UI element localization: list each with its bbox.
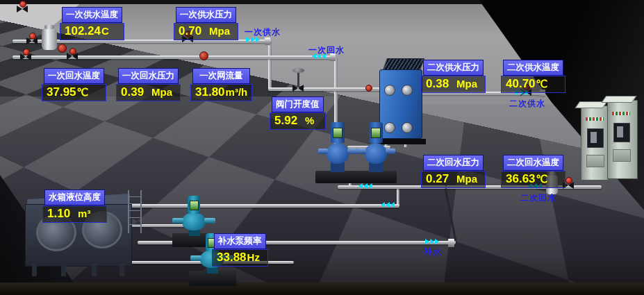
tank-leg — [61, 264, 66, 276]
sensor-label: 一次网流量 — [192, 68, 250, 84]
hmi-heat-exchange-station-screen: 一次供水 一次回水 二次供水 二次回水 补水 一次供水温度 102.24C 一次… — [0, 0, 644, 295]
heat-exchanger-port — [402, 85, 413, 96]
sensor-value: 36.63 — [506, 172, 536, 185]
pump-base — [315, 171, 358, 183]
sensor-value: 33.88 — [217, 251, 247, 264]
control-valve — [292, 85, 304, 92]
pipe-label-makeup-water: 补水 — [424, 246, 442, 258]
sensor-label: 阀门开度值 — [272, 96, 324, 112]
tank-leg — [119, 264, 124, 276]
sensor-unit: % — [305, 115, 314, 126]
valve-handwheel-icon — [19, 1, 26, 8]
pipe-tank-outlet — [127, 204, 399, 208]
sensor-primary-return-pressure[interactable]: 一次回水压力 0.39Mpa — [116, 68, 181, 101]
sensor-secondary-return-temp[interactable]: 二次回水温度 36.63℃ — [501, 155, 565, 188]
sensor-valve-opening[interactable]: 阀门开度值 5.92% — [270, 96, 326, 130]
valve — [17, 6, 28, 12]
pipe-flange — [265, 37, 270, 45]
sensor-unit: Hz — [247, 251, 260, 263]
pump-flange — [347, 149, 357, 154]
sensor-label: 二次回水压力 — [423, 155, 484, 171]
sensor-makeup-pump-frequency[interactable]: 补水泵频率 33.88Hz — [212, 233, 268, 267]
flow-arrow-left-icon — [381, 202, 395, 208]
sensor-unit: Mpa — [209, 25, 230, 37]
control-valve-actuator — [292, 68, 304, 73]
globe-valve — [365, 85, 372, 92]
pump-flange — [356, 149, 366, 154]
sensor-unit: ℃ — [536, 173, 548, 185]
flow-arrow-left-icon — [358, 183, 372, 189]
sensor-label: 一次供水压力 — [176, 7, 236, 23]
valve — [67, 53, 78, 60]
valve-handwheel-icon — [23, 49, 30, 56]
pump-indicator-window — [371, 128, 381, 138]
pump-body — [182, 212, 206, 230]
sensor-unit: ℃ — [77, 86, 89, 98]
sensor-label: 二次回水温度 — [503, 155, 563, 171]
pipe-elbow-supply-down — [268, 42, 272, 90]
pipe-label-primary-supply: 一次供水 — [245, 26, 281, 38]
valve-handwheel-icon — [29, 33, 36, 40]
flow-arrow-right-icon — [425, 239, 439, 244]
pump-foot — [369, 162, 383, 172]
valve-handwheel-icon — [565, 177, 572, 184]
tank-ladder — [128, 190, 142, 233]
cabinet-indicator-lights — [612, 112, 630, 115]
sensor-label: 二次供水温度 — [503, 60, 563, 76]
sensor-unit: Mpa — [151, 86, 172, 98]
sensor-label: 一次供水温度 — [62, 7, 122, 23]
valve-handwheel-icon — [69, 48, 76, 55]
sensor-secondary-supply-pressure[interactable]: 二次供水压力 0.38Mpa — [421, 60, 486, 93]
cabinet-top — [601, 96, 636, 103]
pipe-filter — [42, 28, 57, 50]
tank-leg — [92, 264, 97, 276]
pump-body — [365, 143, 387, 164]
sensor-primary-supply-pressure[interactable]: 一次供水压力 0.70Mpa — [174, 7, 238, 40]
sensor-unit: C — [101, 25, 109, 37]
sensor-label: 二次供水压力 — [423, 60, 484, 76]
cabinet-display — [613, 123, 630, 142]
floor-bottom-edge — [0, 283, 644, 295]
sensor-label: 补水泵频率 — [214, 233, 266, 249]
pump-body — [327, 143, 349, 164]
sensor-secondary-return-pressure[interactable]: 二次回水压力 0.27Mpa — [421, 155, 486, 188]
sensor-primary-supply-temp[interactable]: 一次供水温度 102.24C — [60, 7, 124, 40]
pump-foot — [331, 162, 345, 172]
cabinet-indicator-lights — [586, 117, 604, 121]
sensor-unit: ℃ — [536, 78, 548, 90]
pipe-label-secondary-return: 二次回水 — [520, 192, 556, 204]
valve — [20, 53, 31, 60]
sensor-primary-network-flow[interactable]: 一次网流量 31.80m³/h — [190, 68, 252, 101]
sensor-unit: m³/h — [226, 86, 248, 98]
heat-exchanger-port — [384, 85, 395, 96]
control-cabinet-2 — [607, 100, 638, 179]
sensor-primary-return-temp[interactable]: 一次回水温度 37.95℃ — [42, 68, 106, 101]
sensor-value: 0.39 — [121, 85, 144, 99]
sensor-value: 1.10 — [47, 207, 70, 220]
sensor-label: 一次回水温度 — [44, 68, 104, 84]
globe-valve — [199, 51, 208, 60]
sensor-tank-level[interactable]: 水箱液位高度 1.10m³ — [42, 189, 107, 223]
pump-flange — [190, 255, 201, 261]
sensor-value: 40.70 — [506, 77, 536, 90]
sensor-label: 一次回水压力 — [118, 68, 179, 84]
sensor-value: 102.24 — [65, 24, 101, 37]
pump-flange — [172, 218, 183, 224]
pipe-primary-return — [13, 56, 333, 59]
pipe-flange — [448, 239, 454, 247]
cabinet-display — [587, 128, 604, 148]
sensor-unit: Mpa — [456, 173, 477, 185]
pump-indicator-window — [333, 128, 342, 138]
pump-flange — [318, 149, 328, 154]
sensor-unit: Mpa — [456, 78, 477, 90]
sensor-unit: m³ — [78, 208, 90, 219]
sensor-secondary-supply-temp[interactable]: 二次供水温度 40.70℃ — [501, 60, 565, 93]
sensor-value: 5.92 — [274, 114, 297, 127]
cabinet-vent — [613, 149, 631, 162]
pipe-riser — [397, 187, 399, 206]
heat-exchanger-port — [402, 122, 413, 133]
sensor-value: 37.95 — [47, 85, 76, 99]
globe-valve — [58, 44, 67, 53]
cabinet-vent — [586, 155, 604, 167]
sensor-value: 31.80 — [195, 85, 225, 99]
